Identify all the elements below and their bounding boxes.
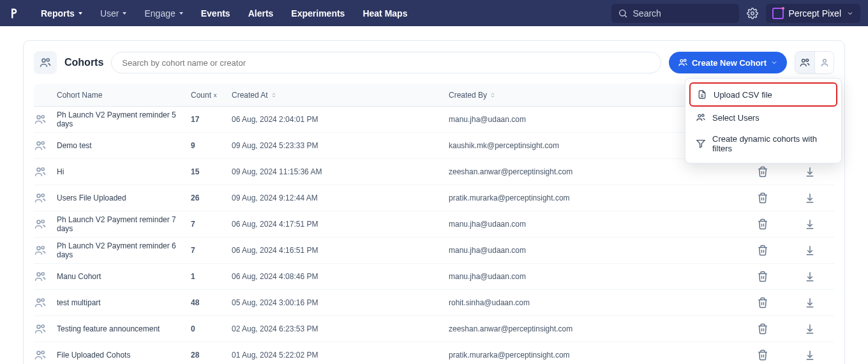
dd-select-label: Select Users — [712, 113, 760, 123]
nav-reports[interactable]: Reports — [33, 4, 90, 22]
cell-created-at: 09 Aug, 2024 9:12:44 AM — [232, 193, 449, 202]
nav-engage[interactable]: Engage — [137, 4, 190, 22]
row-cohort-icon — [34, 192, 57, 204]
row-cohort-icon — [34, 296, 57, 309]
download-icon[interactable] — [804, 192, 816, 204]
cell-created-at: 06 Aug, 2024 4:17:51 PM — [232, 220, 449, 229]
row-cohort-icon — [34, 322, 57, 335]
cell-count: 9 — [191, 141, 232, 150]
org-name: Percept Pixel — [789, 8, 841, 19]
cell-created-at: 06 Aug, 2024 4:16:51 PM — [232, 246, 449, 255]
dd-select-users[interactable]: Select Users — [689, 107, 837, 128]
global-search[interactable]: Search — [611, 4, 739, 23]
col-created-at[interactable]: Created At — [232, 91, 449, 100]
delete-icon[interactable] — [757, 271, 768, 282]
cell-created-at: 09 Aug, 2024 11:15:36 AM — [232, 167, 449, 176]
download-icon[interactable] — [804, 218, 816, 230]
svg-marker-14 — [697, 140, 705, 148]
table-row[interactable]: Users File Uploaded 26 09 Aug, 2024 9:12… — [34, 185, 834, 211]
chevron-down-icon — [179, 12, 183, 15]
nav-events[interactable]: Events — [193, 4, 238, 22]
toggle-all-users[interactable] — [795, 52, 814, 73]
toggle-single-user[interactable] — [814, 52, 834, 73]
users-icon — [678, 57, 688, 68]
svg-point-16 — [41, 116, 44, 118]
delete-icon[interactable] — [757, 245, 768, 256]
download-icon[interactable] — [804, 245, 816, 256]
svg-point-8 — [806, 59, 809, 61]
cell-name: Ph Launch V2 Payment reminder 7 days — [57, 215, 191, 233]
delete-icon[interactable] — [757, 218, 768, 230]
app-logo-icon[interactable] — [8, 6, 22, 20]
delete-icon[interactable] — [757, 323, 768, 335]
dd-dynamic-label: Create dynamic cohorts with filters — [712, 134, 831, 153]
nav-heatmaps-label: Heat Maps — [363, 8, 407, 19]
cohorts-card: Cohorts Create New Cohort Upload CSV fil… — [23, 40, 845, 364]
svg-point-13 — [702, 114, 704, 116]
page-title: Cohorts — [64, 57, 103, 68]
table-row[interactable]: Ph Launch V2 Payment reminder 6 days 7 0… — [34, 238, 834, 264]
cell-created-by: manu.jha@udaan.com — [449, 246, 736, 255]
nav-user[interactable]: User — [93, 4, 135, 22]
svg-point-20 — [41, 168, 44, 171]
svg-point-15 — [37, 116, 40, 119]
dd-upload-label: Upload CSV file — [714, 90, 772, 100]
file-icon — [697, 89, 707, 100]
dd-upload-csv[interactable]: Upload CSV file — [689, 82, 837, 107]
cell-name: test multipart — [57, 298, 191, 307]
cohort-search-input[interactable] — [111, 52, 661, 73]
nav-reports-label: Reports — [41, 8, 75, 19]
cell-name: File Uploaded Cohots — [57, 351, 191, 360]
table-row[interactable]: test multipart 48 05 Aug, 2024 3:00:16 P… — [34, 290, 834, 316]
row-cohort-icon — [34, 270, 57, 283]
delete-icon[interactable] — [757, 166, 768, 178]
svg-point-17 — [37, 142, 40, 145]
svg-point-19 — [37, 168, 40, 171]
cell-created-by: zeeshan.anwar@perceptinsight.com — [449, 324, 736, 333]
dd-dynamic-cohort[interactable]: Create dynamic cohorts with filters — [689, 128, 837, 159]
svg-point-9 — [823, 59, 826, 63]
sort-icon — [490, 92, 496, 98]
user-icon — [819, 57, 830, 68]
create-cohort-button[interactable]: Create New Cohort — [669, 52, 787, 73]
search-icon — [618, 8, 628, 19]
table-row[interactable]: Testing feature announcement 0 02 Aug, 2… — [34, 316, 834, 342]
svg-point-0 — [619, 10, 625, 15]
nav-experiments[interactable]: Experiments — [283, 4, 352, 22]
cell-count: 48 — [191, 298, 232, 307]
download-icon[interactable] — [804, 271, 816, 282]
cell-created-at: 06 Aug, 2024 2:04:01 PM — [232, 115, 449, 124]
cell-created-at: 05 Aug, 2024 3:00:16 PM — [232, 298, 449, 307]
svg-point-28 — [41, 273, 44, 275]
download-icon[interactable] — [804, 349, 816, 361]
cell-count: 0 — [191, 324, 232, 333]
table-row[interactable]: File Uploaded Cohots 28 01 Aug, 2024 5:2… — [34, 342, 834, 364]
download-icon[interactable] — [804, 323, 816, 335]
cell-count: 7 — [191, 220, 232, 229]
delete-icon[interactable] — [757, 297, 768, 308]
global-search-placeholder: Search — [633, 8, 661, 19]
download-icon[interactable] — [804, 166, 816, 178]
download-icon[interactable] — [804, 297, 816, 308]
delete-icon[interactable] — [757, 192, 768, 204]
nav-alerts-label: Alerts — [248, 8, 274, 19]
cell-name: Ph Launch V2 Payment reminder 5 days — [57, 110, 191, 128]
cell-created-by: pratik.murarka@perceptinsight.com — [449, 193, 736, 202]
cell-count: 1 — [191, 272, 232, 281]
nav-alerts[interactable]: Alerts — [241, 4, 281, 22]
svg-point-32 — [41, 325, 44, 328]
row-cohort-icon — [34, 165, 57, 178]
table-row[interactable]: Manu Cohort 1 06 Aug, 2024 4:08:46 PM ma… — [34, 264, 834, 290]
nav-events-label: Events — [201, 8, 230, 19]
cell-name: Hi — [57, 167, 191, 176]
table-row[interactable]: Ph Launch V2 Payment reminder 7 days 7 0… — [34, 211, 834, 238]
cell-created-by: pratik.murarka@perceptinsight.com — [449, 351, 736, 360]
nav-heatmaps[interactable]: Heat Maps — [355, 4, 415, 22]
org-switcher[interactable]: Percept Pixel — [766, 4, 860, 23]
delete-icon[interactable] — [757, 349, 768, 361]
filter-icon — [696, 139, 706, 149]
svg-point-12 — [698, 114, 701, 117]
cell-created-by: manu.jha@udaan.com — [449, 220, 736, 229]
svg-point-7 — [802, 59, 805, 63]
settings-icon[interactable] — [747, 8, 758, 19]
